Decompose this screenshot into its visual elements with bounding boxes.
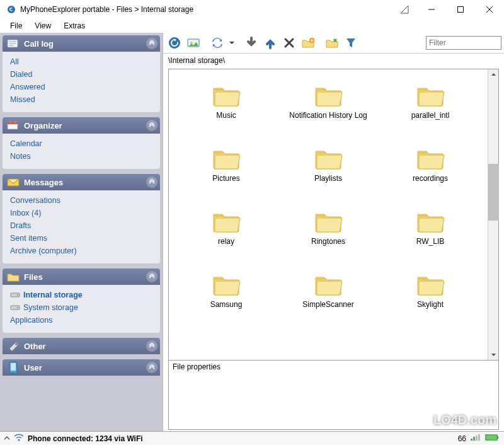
sync-dropdown-button[interactable] [227, 34, 236, 52]
panel-user: User [3, 359, 160, 376]
filter-button[interactable] [342, 34, 360, 52]
menu-file[interactable]: File [4, 20, 28, 32]
sidebar-item-conversations[interactable]: Conversations [9, 194, 154, 207]
download-button[interactable] [243, 34, 260, 52]
sidebar-item-dialed[interactable]: Dialed [9, 68, 154, 81]
filter-input[interactable] [426, 36, 501, 50]
folder-item[interactable]: Notification History Log [284, 82, 372, 145]
panel-title: Other [24, 342, 46, 351]
folder-icon [211, 145, 241, 170]
sidebar-item-sent-items[interactable]: Sent items [9, 232, 154, 245]
close-button[interactable] [475, 0, 504, 19]
folder-item[interactable]: RW_LIB [386, 208, 474, 271]
panel-header-call-log[interactable]: Call log [3, 35, 160, 52]
minimize-button[interactable] [417, 0, 446, 19]
folder-item[interactable]: SimpleScanner [284, 271, 372, 334]
menu-extras[interactable]: Extras [57, 20, 91, 32]
sidebar-item-archive[interactable]: Archive (computer) [9, 245, 154, 257]
app-icon [6, 4, 16, 14]
sidebar-item-inbox[interactable]: Inbox (4) [9, 207, 154, 219]
sidebar-item-system-storage[interactable]: System storage [9, 301, 154, 314]
svg-rect-28 [478, 434, 480, 441]
resize-grip-icon [398, 3, 411, 16]
svg-point-11 [9, 121, 11, 123]
collapse-icon[interactable] [146, 340, 158, 352]
folder-icon [415, 82, 445, 107]
refresh-button[interactable] [166, 34, 183, 52]
folder-label: Skylight [386, 300, 474, 309]
upload-button[interactable] [261, 34, 279, 52]
folder-item[interactable]: recordings [386, 145, 474, 208]
folder-item[interactable]: Pictures [182, 145, 270, 208]
delete-button[interactable] [280, 34, 298, 52]
sidebar-item-all[interactable]: All [9, 55, 154, 68]
folder-item[interactable]: Ringtones [284, 208, 372, 271]
svg-point-16 [17, 307, 18, 308]
svg-point-12 [14, 121, 16, 123]
collapse-icon[interactable] [146, 176, 158, 188]
wifi-icon [14, 434, 24, 443]
folder-icon [211, 208, 241, 233]
organizer-icon [6, 119, 20, 132]
folder-label: recordings [386, 174, 474, 183]
folder-label: relay [182, 237, 270, 246]
panel-header-user[interactable]: User [3, 359, 160, 376]
menu-bar: File View Extras [0, 19, 504, 33]
sidebar-item-applications[interactable]: Applications [9, 314, 154, 327]
panel-title: Files [24, 272, 43, 282]
collapse-icon[interactable] [146, 271, 158, 282]
panel-call-log: Call log All Dialed Answered Missed [3, 35, 160, 112]
folder-icon [313, 208, 343, 233]
status-menu-icon[interactable] [4, 434, 10, 443]
folder-icon [313, 82, 343, 107]
maximize-button[interactable] [446, 0, 475, 19]
folder-item[interactable]: Playlists [284, 145, 372, 208]
svg-point-14 [17, 294, 18, 296]
vertical-scrollbar[interactable] [488, 69, 498, 360]
folder-label: Playlists [284, 174, 372, 183]
drive-icon [10, 291, 20, 299]
panel-other: Other [3, 338, 160, 354]
sidebar-item-notes[interactable]: Notes [9, 150, 154, 163]
sync-folder-button[interactable] [323, 34, 341, 52]
folder-label: RW_LIB [386, 237, 474, 246]
title-bar: MyPhoneExplorer portable - Files > Inter… [0, 0, 504, 19]
sidebar: Call log All Dialed Answered Missed Orga… [0, 33, 163, 431]
folder-item[interactable]: Music [182, 82, 270, 145]
panel-header-files[interactable]: Files [3, 269, 160, 285]
file-grid[interactable]: MusicNotification History Logparallel_in… [169, 69, 488, 360]
collapse-icon[interactable] [146, 38, 158, 49]
messages-icon [6, 176, 20, 188]
panel-files: Files Internal storage System storage Ap… [3, 269, 160, 333]
collapse-icon[interactable] [146, 362, 158, 373]
phone-icon [6, 361, 20, 374]
scroll-thumb[interactable] [488, 164, 499, 221]
file-properties-panel: File properties [168, 361, 499, 430]
panel-header-other[interactable]: Other [3, 338, 160, 354]
menu-view[interactable]: View [28, 20, 57, 32]
panel-header-messages[interactable]: Messages [3, 174, 160, 190]
sidebar-item-internal-storage[interactable]: Internal storage [9, 289, 154, 301]
sidebar-item-answered[interactable]: Answered [9, 81, 154, 93]
scroll-down-button[interactable] [488, 349, 498, 360]
folder-item[interactable]: parallel_intl [386, 82, 474, 145]
folder-item[interactable]: relay [182, 208, 270, 271]
collapse-icon[interactable] [146, 120, 158, 131]
sidebar-item-missed[interactable]: Missed [9, 93, 154, 106]
sync-button[interactable] [209, 34, 226, 52]
svg-rect-31 [486, 436, 496, 439]
folder-item[interactable]: Samsung [182, 271, 270, 334]
folder-item[interactable]: Skylight [386, 271, 474, 334]
panel-title: User [24, 363, 42, 373]
folder-icon [211, 82, 241, 107]
panel-title: Call log [24, 39, 54, 49]
sidebar-item-drafts[interactable]: Drafts [9, 219, 154, 232]
scroll-up-button[interactable] [488, 69, 498, 80]
file-properties-label: File properties [169, 361, 498, 373]
panel-header-organizer[interactable]: Organizer [3, 117, 160, 134]
sync-photos-button[interactable] [185, 34, 202, 52]
svg-rect-27 [476, 436, 478, 441]
toolbar [163, 33, 504, 54]
sidebar-item-calendar[interactable]: Calendar [9, 137, 154, 150]
new-folder-button[interactable] [299, 34, 317, 52]
